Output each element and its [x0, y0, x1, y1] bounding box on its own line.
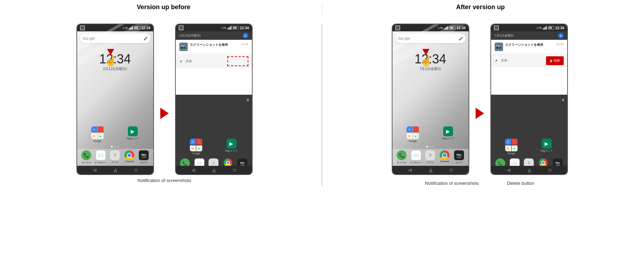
after-dial-app[interactable]: 📞 ダイヤル — [395, 150, 408, 164]
back-btn[interactable]: ◁ — [93, 168, 96, 172]
google-app-label: Google — [93, 140, 101, 142]
after-notif-datebar: 7月1日金曜日 A — [491, 31, 567, 40]
after-notif-avatar: A — [558, 33, 564, 38]
before-arrow — [160, 108, 169, 119]
recents-btn2[interactable]: □ — [233, 168, 236, 172]
trash-icon: 🗑 — [550, 59, 553, 63]
after-notif-square — [494, 25, 499, 30]
after-apps-app[interactable]: ⠿ アプリ — [424, 150, 436, 164]
before-phone1: LTE 12:34 — [76, 24, 154, 175]
share-label[interactable]: 共有 — [186, 59, 192, 64]
before-title: Version up before — [137, 4, 190, 11]
after-home-btn[interactable]: △ — [429, 168, 432, 172]
after-notif-overlay: LTE 12:34 — [491, 24, 567, 67]
before-section-label: Notification of screenshots — [137, 178, 191, 183]
finger-icon: ☝ — [105, 56, 117, 66]
after-top-app-row: G 📍 M ▶ Google ▶ Playストア — [392, 126, 469, 144]
home-btn2[interactable]: △ — [212, 168, 216, 172]
after-arrow — [476, 108, 484, 119]
after-red-arrow-icon — [422, 49, 429, 55]
delete-button[interactable]: 🗑 削除 — [546, 56, 564, 65]
after-notif-title: スクリーンショットを保存 — [505, 43, 564, 47]
after-back-btn[interactable]: ◁ — [408, 168, 411, 172]
status-square-icon — [80, 25, 85, 30]
after-back-btn2[interactable]: ◁ — [507, 168, 510, 172]
notif-lte: LTE — [222, 26, 227, 30]
notif-status-square — [179, 25, 184, 30]
notif-actions-before: ↗ 共有 — [176, 54, 252, 68]
after-notif-screenshot-icon: 📷 — [495, 43, 503, 51]
after-phone2-navbar: ◁ △ □ — [491, 166, 567, 174]
after-notif-date: 7月1日金曜日 — [495, 33, 514, 38]
after-dots — [392, 146, 469, 148]
after-notif-card[interactable]: 📷 スクリーンショットを保存 12:34 — [491, 40, 567, 54]
after-title: After version up — [456, 4, 505, 11]
main-divider — [322, 24, 322, 186]
after-notif-label: Notification of screenshots — [425, 181, 479, 186]
dial-app[interactable]: 📞 ダイヤル — [80, 150, 93, 164]
after-home-btn2[interactable]: △ — [528, 168, 531, 172]
notif-statusbar: LTE 12:34 — [176, 24, 252, 31]
after-phone1-navbar: ◁ △ □ — [392, 166, 469, 174]
after-hamburger-icon: ≡ — [562, 98, 564, 102]
after-share-label[interactable]: 共有 — [501, 58, 507, 63]
after-bottom-labels: Notification of screenshots Delete butto… — [425, 178, 534, 186]
after-phone1-homescreen: ☝ Google 🎤 12:34 7月1日金曜日 — [392, 31, 469, 166]
after-phone1: LTE 12:34 — [392, 24, 469, 175]
hamburger-icon: ≡ — [246, 98, 249, 102]
after-google-group: G 📍 M ▶ — [407, 126, 419, 139]
after-notif-signal — [543, 26, 547, 30]
after-recents-btn2[interactable]: □ — [549, 168, 551, 172]
apps-app[interactable]: ⠿ アプリ — [109, 150, 121, 164]
after-bg-playstore-app[interactable]: ▶ Playストア — [540, 139, 553, 155]
after-notif-statusbar: LTE 12:34 — [491, 24, 567, 31]
recents-btn[interactable]: □ — [135, 168, 137, 172]
after-finger-icon: ☝ — [420, 56, 432, 66]
after-status-square — [395, 25, 400, 30]
after-lte: LTE — [438, 26, 443, 30]
after-chrome-icon — [440, 150, 450, 160]
after-bg-app-grid: G 📍 M ▶ Google ▶ Playストア — [491, 139, 567, 157]
after-phone2: LTE 12:34 — [490, 24, 568, 175]
google-app-icon[interactable]: G 📍 M ▶ Google — [91, 126, 104, 142]
after-chrome-app[interactable]: Chrome — [438, 150, 451, 164]
before-section: LTE 12:34 — [11, 24, 318, 183]
mail-app[interactable]: ✉️ ドコモメー — [94, 150, 107, 164]
after-mic-icon[interactable]: 🎤 — [459, 36, 463, 41]
notif-signal — [228, 26, 231, 30]
dots-indicator — [77, 146, 153, 148]
notif-avatar: A — [243, 33, 248, 38]
after-bg-google-app[interactable]: G 📍 M ▶ Google — [505, 139, 518, 155]
playstore-app-icon[interactable]: ▶ Playストア — [126, 126, 139, 142]
after-playstore-app[interactable]: ▶ Playストア — [442, 126, 454, 142]
after-share-icon: ↗ — [495, 59, 497, 63]
after-notif-text: スクリーンショットを保存 — [505, 43, 564, 47]
bottom-dock: 📞 ダイヤル ✉️ ドコモメー ⠿ アプリ — [77, 149, 153, 166]
after-section-header: After version up — [324, 4, 637, 17]
after-section: LTE 12:34 — [326, 24, 633, 186]
before-phones-row: LTE 12:34 — [76, 24, 253, 175]
finger-annotation: ☝ — [105, 49, 117, 66]
after-delete-label: Delete button — [507, 181, 534, 186]
after-mail-app[interactable]: ✉️ ドコモメー — [410, 150, 422, 164]
after-finger-annotation: ☝ — [420, 49, 432, 66]
playstore-app-label: Playストア — [126, 137, 139, 140]
delete-label: 削除 — [554, 58, 560, 63]
after-phones-row: LTE 12:34 — [392, 24, 568, 175]
bg-google-app[interactable]: G 📍 M ▶ Google — [190, 139, 203, 155]
mic-icon[interactable]: 🎤 — [143, 36, 148, 41]
notif-card[interactable]: 📷 スクリーンショットを保存 12:34 — [176, 40, 252, 54]
after-notif-bg: ≡ G 📍 M ▶ Google — [491, 95, 567, 174]
chrome-app[interactable]: Chrome — [123, 150, 136, 164]
bg-playstore-app[interactable]: ▶ Playストア — [225, 139, 238, 155]
after-camera-app[interactable]: 📷 カメラ — [453, 150, 465, 164]
before-phone1-homescreen: ☝ Google 🎤 12:34 2月1日(月曜日) — [77, 31, 153, 166]
section-titles: Version up before After version up — [0, 0, 644, 17]
notif-bg: ≡ G 📍 M ▶ Google — [176, 95, 252, 174]
after-recents-btn[interactable]: □ — [450, 168, 452, 172]
after-google-app[interactable]: G 📍 M ▶ Google — [407, 126, 419, 142]
camera-app[interactable]: 📷 カメラ — [137, 150, 150, 164]
bg-google-group: G 📍 M ▶ — [190, 139, 203, 151]
home-btn[interactable]: △ — [114, 168, 117, 172]
back-btn2[interactable]: ◁ — [192, 168, 195, 172]
